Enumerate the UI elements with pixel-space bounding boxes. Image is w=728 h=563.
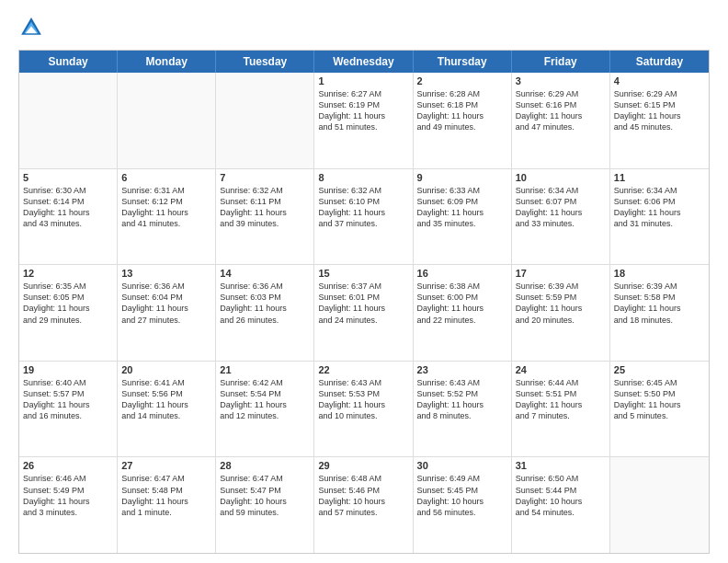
calendar-cell: 17Sunrise: 6:39 AM Sunset: 5:59 PM Dayli… [512,265,610,361]
calendar-cell: 1Sunrise: 6:27 AM Sunset: 6:19 PM Daylig… [314,73,413,168]
calendar-header-monday: Monday [118,51,216,73]
calendar-row-4: 26Sunrise: 6:46 AM Sunset: 5:49 PM Dayli… [19,457,709,553]
calendar-cell: 14Sunrise: 6:36 AM Sunset: 6:03 PM Dayli… [216,265,314,361]
calendar-header-sunday: Sunday [19,51,118,73]
logo-icon [18,15,44,40]
cell-text: Sunrise: 6:32 AM Sunset: 6:11 PM Dayligh… [220,185,310,230]
cell-text: Sunrise: 6:36 AM Sunset: 6:03 PM Dayligh… [220,281,310,326]
cell-text: Sunrise: 6:43 AM Sunset: 5:53 PM Dayligh… [318,377,408,422]
calendar-cell: 25Sunrise: 6:45 AM Sunset: 5:50 PM Dayli… [610,362,709,457]
cell-text: Sunrise: 6:31 AM Sunset: 6:12 PM Dayligh… [121,185,211,230]
calendar-cell: 5Sunrise: 6:30 AM Sunset: 6:14 PM Daylig… [19,169,118,265]
cell-text: Sunrise: 6:39 AM Sunset: 5:59 PM Dayligh… [516,281,606,326]
cell-text: Sunrise: 6:30 AM Sunset: 6:14 PM Dayligh… [23,185,113,230]
day-number: 14 [220,268,310,279]
cell-text: Sunrise: 6:49 AM Sunset: 5:45 PM Dayligh… [417,473,507,518]
day-number: 31 [516,460,606,471]
cell-text: Sunrise: 6:34 AM Sunset: 6:07 PM Dayligh… [516,185,606,230]
calendar-cell: 26Sunrise: 6:46 AM Sunset: 5:49 PM Dayli… [19,457,118,553]
day-number: 25 [614,364,705,375]
day-number: 26 [23,460,113,471]
day-number: 21 [220,364,310,375]
cell-text: Sunrise: 6:39 AM Sunset: 5:58 PM Dayligh… [614,281,705,326]
calendar-cell [19,73,118,168]
day-number: 30 [417,460,507,471]
calendar-cell: 20Sunrise: 6:41 AM Sunset: 5:56 PM Dayli… [118,362,216,457]
logo [18,15,48,40]
calendar-cell: 8Sunrise: 6:32 AM Sunset: 6:10 PM Daylig… [314,169,413,265]
calendar-cell: 19Sunrise: 6:40 AM Sunset: 5:57 PM Dayli… [19,362,118,457]
page: SundayMondayTuesdayWednesdayThursdayFrid… [0,0,728,563]
cell-text: Sunrise: 6:48 AM Sunset: 5:46 PM Dayligh… [318,473,408,518]
calendar-cell [118,73,216,168]
calendar-cell [216,73,314,168]
calendar-cell: 24Sunrise: 6:44 AM Sunset: 5:51 PM Dayli… [512,362,610,457]
day-number: 29 [318,460,408,471]
cell-text: Sunrise: 6:43 AM Sunset: 5:52 PM Dayligh… [417,377,507,422]
calendar-cell: 30Sunrise: 6:49 AM Sunset: 5:45 PM Dayli… [414,457,512,553]
day-number: 28 [220,460,310,471]
day-number: 2 [417,75,507,86]
day-number: 6 [121,172,211,183]
calendar-row-1: 5Sunrise: 6:30 AM Sunset: 6:14 PM Daylig… [19,169,709,266]
calendar-cell: 12Sunrise: 6:35 AM Sunset: 6:05 PM Dayli… [19,265,118,361]
cell-text: Sunrise: 6:44 AM Sunset: 5:51 PM Dayligh… [516,377,606,422]
cell-text: Sunrise: 6:28 AM Sunset: 6:18 PM Dayligh… [417,88,507,133]
cell-text: Sunrise: 6:29 AM Sunset: 6:15 PM Dayligh… [614,88,705,133]
cell-text: Sunrise: 6:42 AM Sunset: 5:54 PM Dayligh… [220,377,310,422]
cell-text: Sunrise: 6:47 AM Sunset: 5:47 PM Dayligh… [220,473,310,518]
calendar-header-thursday: Thursday [414,51,512,73]
day-number: 7 [220,172,310,183]
calendar-cell: 13Sunrise: 6:36 AM Sunset: 6:04 PM Dayli… [118,265,216,361]
calendar-row-3: 19Sunrise: 6:40 AM Sunset: 5:57 PM Dayli… [19,362,709,458]
day-number: 3 [516,75,606,86]
day-number: 16 [417,268,507,279]
day-number: 10 [516,172,606,183]
day-number: 18 [614,268,705,279]
calendar-cell: 11Sunrise: 6:34 AM Sunset: 6:06 PM Dayli… [610,169,709,265]
cell-text: Sunrise: 6:45 AM Sunset: 5:50 PM Dayligh… [614,377,705,422]
cell-text: Sunrise: 6:33 AM Sunset: 6:09 PM Dayligh… [417,185,507,230]
cell-text: Sunrise: 6:46 AM Sunset: 5:49 PM Dayligh… [23,473,113,518]
day-number: 22 [318,364,408,375]
calendar-cell: 2Sunrise: 6:28 AM Sunset: 6:18 PM Daylig… [414,73,512,168]
day-number: 27 [121,460,211,471]
calendar-header-tuesday: Tuesday [216,51,314,73]
calendar-cell: 15Sunrise: 6:37 AM Sunset: 6:01 PM Dayli… [314,265,413,361]
day-number: 19 [23,364,113,375]
day-number: 5 [23,172,113,183]
calendar-cell: 18Sunrise: 6:39 AM Sunset: 5:58 PM Dayli… [610,265,709,361]
calendar-row-2: 12Sunrise: 6:35 AM Sunset: 6:05 PM Dayli… [19,265,709,362]
cell-text: Sunrise: 6:37 AM Sunset: 6:01 PM Dayligh… [318,281,408,326]
calendar-header-saturday: Saturday [610,51,709,73]
calendar-cell: 29Sunrise: 6:48 AM Sunset: 5:46 PM Dayli… [314,457,413,553]
calendar-cell: 6Sunrise: 6:31 AM Sunset: 6:12 PM Daylig… [118,169,216,265]
calendar-cell: 27Sunrise: 6:47 AM Sunset: 5:48 PM Dayli… [118,457,216,553]
day-number: 4 [614,75,705,86]
cell-text: Sunrise: 6:36 AM Sunset: 6:04 PM Dayligh… [121,281,211,326]
day-number: 1 [318,75,408,86]
day-number: 11 [614,172,705,183]
day-number: 15 [318,268,408,279]
calendar-cell: 31Sunrise: 6:50 AM Sunset: 5:44 PM Dayli… [512,457,610,553]
calendar-cell: 16Sunrise: 6:38 AM Sunset: 6:00 PM Dayli… [414,265,512,361]
header [18,15,710,40]
day-number: 17 [516,268,606,279]
day-number: 12 [23,268,113,279]
calendar-cell: 23Sunrise: 6:43 AM Sunset: 5:52 PM Dayli… [414,362,512,457]
day-number: 9 [417,172,507,183]
calendar-header-wednesday: Wednesday [314,51,413,73]
cell-text: Sunrise: 6:50 AM Sunset: 5:44 PM Dayligh… [516,473,606,518]
calendar-cell: 10Sunrise: 6:34 AM Sunset: 6:07 PM Dayli… [512,169,610,265]
cell-text: Sunrise: 6:32 AM Sunset: 6:10 PM Dayligh… [318,185,408,230]
cell-text: Sunrise: 6:35 AM Sunset: 6:05 PM Dayligh… [23,281,113,326]
cell-text: Sunrise: 6:29 AM Sunset: 6:16 PM Dayligh… [516,88,606,133]
calendar-body: 1Sunrise: 6:27 AM Sunset: 6:19 PM Daylig… [19,73,709,553]
cell-text: Sunrise: 6:27 AM Sunset: 6:19 PM Dayligh… [318,88,408,133]
calendar-cell: 21Sunrise: 6:42 AM Sunset: 5:54 PM Dayli… [216,362,314,457]
calendar-cell: 28Sunrise: 6:47 AM Sunset: 5:47 PM Dayli… [216,457,314,553]
day-number: 13 [121,268,211,279]
day-number: 23 [417,364,507,375]
calendar-cell: 3Sunrise: 6:29 AM Sunset: 6:16 PM Daylig… [512,73,610,168]
calendar-cell: 7Sunrise: 6:32 AM Sunset: 6:11 PM Daylig… [216,169,314,265]
